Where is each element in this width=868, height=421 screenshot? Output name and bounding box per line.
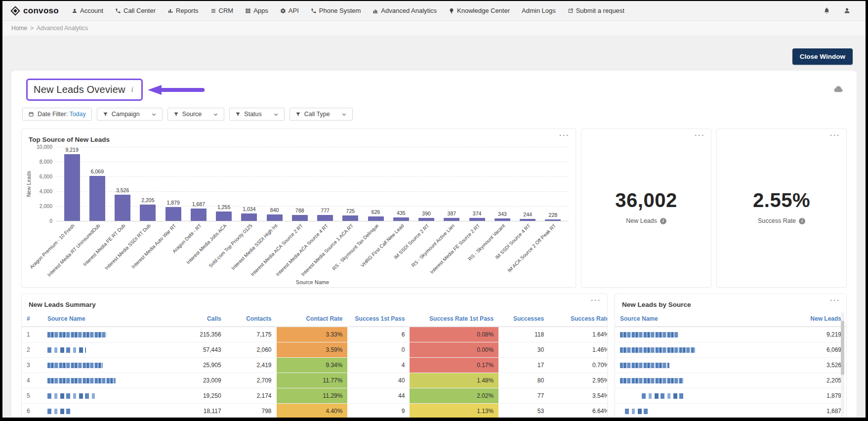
crm-icon [210,8,216,14]
bar-value-label: 387 [448,210,456,216]
nav-item-apps[interactable]: Apps [245,7,268,14]
source-name-cell [615,358,799,373]
table-row[interactable]: 5 19,250 2,174 11.29% 44 2.02% 77 3.54% [22,388,608,404]
bar-interest-media-fe-rt-dub[interactable]: 3,526 [110,147,135,221]
convoso-logo[interactable]: convoso [10,6,59,16]
card-menu-icon[interactable]: ··· [591,296,601,304]
dashboard-panel: New Leads Oveview i Date Filter: TodayCa… [11,71,857,418]
bar-sold-com-top-priority-0125[interactable]: 1,034 [237,147,262,221]
bar-im-aca-source-2-off-peak-rt[interactable]: 228 [540,147,566,221]
nav-item-phone-system[interactable]: Phone System [311,7,361,14]
table-row[interactable]: 4 23,009 2,709 11.77% 40 1.48% 80 2.95% [22,373,608,388]
bar-im-ssdi-source-2-rt[interactable]: 390 [414,147,439,221]
nav-item-call-center[interactable]: Call Center [115,7,156,14]
bar-interest-media-ssdi-rt-dub[interactable]: 2,205 [135,147,161,221]
source-name-cell [42,373,167,388]
bar-value-label: 777 [321,208,330,213]
row-number: 5 [22,388,42,404]
table-row[interactable]: 9,219 [615,327,846,342]
table-row[interactable]: 6,069 [615,342,846,358]
bar-interest-media-fe-source-2-rt[interactable]: 374 [464,147,490,221]
scrollbar-track[interactable] [841,312,844,418]
table-row[interactable]: 1,687 [615,404,846,418]
knowledge-icon [449,8,455,14]
notifications-bell-icon[interactable] [823,7,830,14]
status-filter[interactable]: Status [229,108,284,121]
redacted-source-name [47,332,107,337]
filter-icon [235,112,241,117]
contacts-cell: 7,175 [226,327,277,342]
close-window-button[interactable]: Close Window [792,48,853,65]
user-account-icon[interactable] [843,7,851,14]
column-header-success-rate-1st-pass[interactable]: Success Rate 1st Pass [410,311,498,327]
bar-value-label: 788 [295,208,304,213]
table-row[interactable]: 3 25,905 2,419 9.34% 4 0.17% 17 0.70% [22,358,608,373]
column-header-source-name[interactable]: Source Name [42,311,167,327]
source-name-cell [42,358,167,373]
scrollbar-thumb[interactable] [841,321,844,375]
table-row[interactable]: 1,879 [615,388,846,404]
nav-item-crm[interactable]: CRM [210,7,234,14]
bar-interest-media-jobs-aca[interactable]: 1,255 [211,147,237,221]
redacted-source-name [620,378,683,383]
nav-item-api[interactable]: API [280,7,299,14]
date-filter[interactable]: Date Filter: Today [22,108,92,121]
column-header-successes[interactable]: Successes [498,311,549,327]
y-axis-ticks: 10,0008,0006,0004,0002,0000 [33,147,56,221]
table-row[interactable]: 6 18,117 798 4.40% 9 1.13% 53 6.64% [22,404,608,418]
table-row[interactable]: 3,526 [615,358,846,373]
bar-interest-media-ssdi-high-int[interactable]: 840 [262,147,287,221]
nav-item-account[interactable]: Account [72,7,103,14]
bar-rs-skymount-vacant[interactable]: 343 [490,147,515,221]
bar-interest-media-source-1-aca-rt[interactable]: 725 [338,147,363,221]
title-info-icon[interactable]: i [131,86,133,94]
bar-interest-media-rt-uninsureddub[interactable]: 6,069 [84,147,110,221]
breadcrumb-home[interactable]: Home [11,25,27,32]
card-menu-icon[interactable]: ··· [559,131,570,139]
nav-item-admin-logs[interactable]: Admin Logs [522,7,556,14]
column-header-contacts[interactable]: Contacts [226,311,277,327]
column-header-contact-rate[interactable]: Contact Rate [277,311,348,327]
column-header-success-1st-pass[interactable]: Success 1st Pass [347,311,410,327]
source-filter[interactable]: Source [167,108,225,121]
new-leads-cell: 3,526 [799,358,846,373]
nav-item-reports[interactable]: Reports [167,7,199,14]
bar-interest-media-auto-war-rt[interactable]: 1,879 [161,147,186,221]
card-menu-icon[interactable]: ··· [830,131,840,139]
bar-interest-media-aca-source-2-rt[interactable]: 788 [287,147,312,221]
table-row[interactable]: 1 215,356 7,175 3.33% 6 0.08% 118 1.64% [22,327,608,342]
card-menu-icon[interactable]: ··· [830,296,840,304]
info-icon[interactable]: i [799,218,805,224]
bar-im-ssdi-source-4-rt[interactable]: 244 [515,147,540,221]
table-row[interactable]: 2,205 [615,373,846,388]
bar-vhrg-first-call-new-lead[interactable]: 435 [388,147,413,221]
account-icon [72,8,78,14]
redacted-source-name [620,347,695,353]
nav-item-advanced-analytics[interactable]: Advanced Analytics [372,7,437,14]
column-header-[interactable]: # [22,311,42,327]
campaign-filter[interactable]: Campaign [97,108,163,121]
annotation-arrow-icon [147,84,205,96]
title-row: New Leads Oveview i [21,79,847,101]
column-header-new-leads[interactable]: New Leads [799,311,846,327]
card-menu-icon[interactable]: ··· [695,131,705,139]
call-type-filter[interactable]: Call Type [289,108,353,121]
table-row[interactable]: 2 57,443 2,060 3.59% 0 0.00% 30 1.46% [22,342,608,358]
bar-rs-skymount-active-lien[interactable]: 387 [439,147,464,221]
bar-rs-skymount-tax-delinque[interactable]: 626 [363,147,388,221]
column-header-calls[interactable]: Calls [167,311,226,327]
y-tick-label: 4,000 [40,188,52,194]
bar-aragon-premium-10-fresh[interactable]: 9,219 [59,147,84,221]
plot-area: 9,2196,0693,5262,2051,8791,6871,2551,034… [56,147,569,221]
info-icon[interactable]: i [660,218,666,224]
successes-cell: 77 [498,388,549,404]
nav-item-submit-a-request[interactable]: Submit a request [568,7,624,14]
bar-aragon-debt-rt[interactable]: 1,687 [186,147,211,221]
row-number: 6 [22,404,42,418]
column-header-source-name[interactable]: Source Name [615,311,799,327]
nav-item-knowledge-center[interactable]: Knowledge Center [449,7,510,14]
column-header-success-rate[interactable]: Success Rate [549,311,608,327]
contact-rate-cell: 4.40% [277,404,348,418]
export-cloud-icon[interactable] [833,85,843,94]
bar-interest-media-aca-source-4-rt[interactable]: 777 [313,147,338,221]
